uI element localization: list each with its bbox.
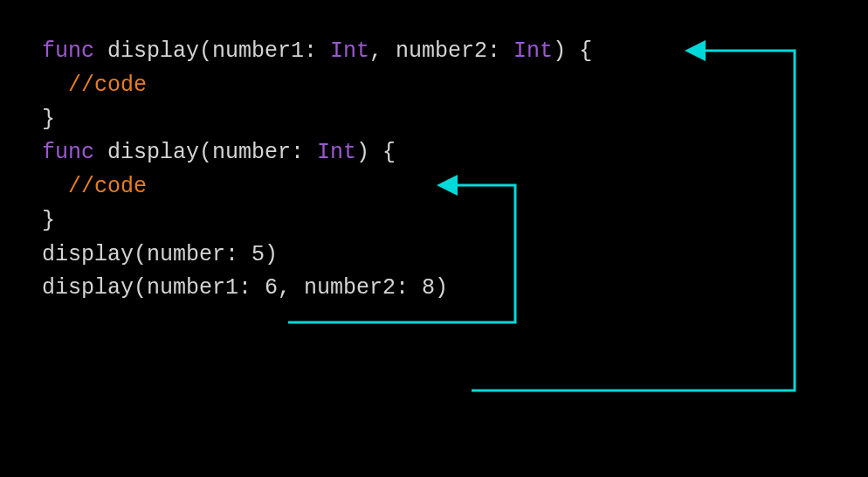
- call1: display(number: 5): [42, 238, 826, 273]
- type-int: Int: [513, 38, 553, 64]
- type-int: Int: [330, 38, 369, 64]
- keyword-func: func: [42, 140, 94, 165]
- code-diagram: func display(number1: Int, number2: Int)…: [0, 0, 868, 341]
- comment-line: //code: [42, 69, 826, 103]
- keyword-func: func: [42, 38, 94, 64]
- func1-declaration: func display(number1: Int, number2: Int)…: [42, 35, 826, 69]
- type-int: Int: [317, 140, 356, 165]
- comment-line: //code: [42, 170, 826, 204]
- close-brace: }: [42, 204, 826, 238]
- func2-declaration: func display(number: Int) {: [42, 136, 826, 170]
- close-brace: }: [42, 103, 826, 137]
- call2: display(number1: 6, number2: 8): [42, 272, 826, 306]
